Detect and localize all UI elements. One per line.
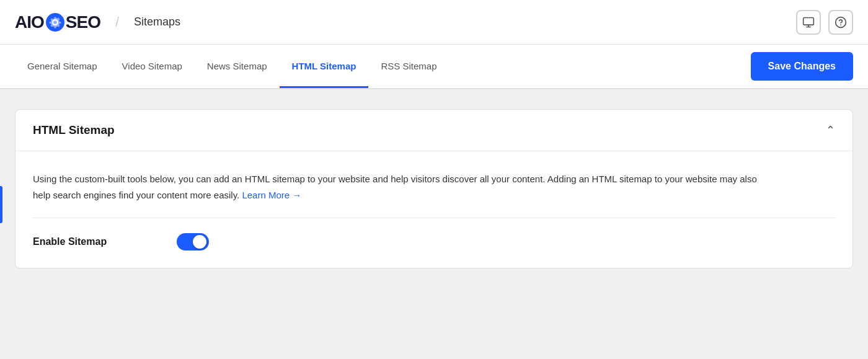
description-text: Using the custom-built tools below, you … <box>33 171 777 203</box>
card-title: HTML Sitemap <box>33 123 115 137</box>
description-part1: Using the custom-built tools below, you … <box>33 174 757 200</box>
card-header: HTML Sitemap ⌃ <box>16 110 852 151</box>
tab-general-sitemap[interactable]: General Sitemap <box>15 46 110 88</box>
tab-rss-sitemap[interactable]: RSS Sitemap <box>368 46 449 88</box>
monitor-button[interactable] <box>796 10 821 35</box>
tab-news-sitemap[interactable]: News Sitemap <box>195 46 280 88</box>
header-right <box>796 10 853 35</box>
toggle-track <box>177 233 209 250</box>
tab-video-sitemap[interactable]: Video Sitemap <box>110 46 195 88</box>
enable-sitemap-toggle[interactable] <box>177 233 209 250</box>
breadcrumb-divider: / <box>115 14 119 30</box>
enable-sitemap-label: Enable Sitemap <box>33 236 157 247</box>
section-divider <box>33 218 835 218</box>
tab-html-sitemap[interactable]: HTML Sitemap <box>280 46 369 88</box>
page-title: Sitemaps <box>134 16 180 29</box>
learn-more-link[interactable]: Learn More → <box>242 190 301 200</box>
collapse-button[interactable]: ⌃ <box>826 123 835 137</box>
save-changes-button[interactable]: Save Changes <box>751 52 853 81</box>
toggle-knob <box>193 235 206 249</box>
svg-rect-1 <box>804 17 814 25</box>
card-body: Using the custom-built tools below, you … <box>16 151 852 268</box>
monitor-icon <box>802 16 815 29</box>
logo-seo-text: SEO <box>66 12 100 32</box>
header: AIO SEO / Sitemaps <box>0 0 868 45</box>
help-circle-icon <box>835 16 847 29</box>
logo-gear-icon <box>46 13 64 32</box>
logo: AIO SEO <box>15 12 100 32</box>
tabs-list: General Sitemap Video Sitemap News Sitem… <box>15 46 751 87</box>
main-content: HTML Sitemap ⌃ Using the custom-built to… <box>0 89 868 288</box>
header-left: AIO SEO / Sitemaps <box>15 12 180 32</box>
html-sitemap-card: HTML Sitemap ⌃ Using the custom-built to… <box>15 109 853 268</box>
tabs-bar: General Sitemap Video Sitemap News Sitem… <box>0 45 868 89</box>
left-accent-bar <box>0 186 2 223</box>
logo-aio-text: AIO <box>15 12 44 32</box>
enable-sitemap-row: Enable Sitemap <box>33 233 835 250</box>
help-button[interactable] <box>828 10 853 35</box>
